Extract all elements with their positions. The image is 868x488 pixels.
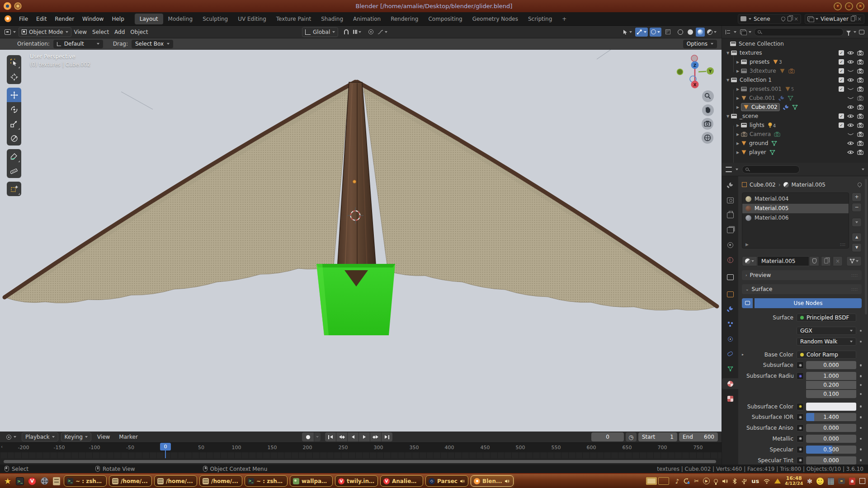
taskbar-window-twily[interactable]: Vtwily.inf... [335,475,378,487]
desktop-2[interactable] [658,477,669,485]
shading-material-button[interactable] [696,28,705,37]
tool-add-cube[interactable] [7,182,21,196]
outliner-row-player[interactable]: ▶ player [722,148,868,157]
snap-target-dropdown[interactable] [352,28,363,37]
remove-slot-button[interactable]: − [852,203,862,212]
nightlight-tray-icon[interactable] [714,479,718,483]
socket-button[interactable] [797,435,804,442]
use-nodes-button[interactable]: Use Nodes [755,298,862,308]
tool-tweak-select[interactable] [7,55,21,70]
desktop-1[interactable] [646,477,657,485]
checkbox-icon[interactable]: ✓ [839,122,844,128]
expand-arrow-icon[interactable]: ▶ [735,141,741,145]
unlink-material-button[interactable]: × [833,256,843,266]
proportional-falloff-dropdown[interactable] [376,28,389,37]
clock[interactable]: 16:484/12/24 [785,476,803,487]
menu-keying[interactable]: Keying [61,432,91,441]
subsurface-slider[interactable]: 0.000 [806,361,856,369]
fake-user-button[interactable] [809,256,819,266]
taskbar-window-files-3[interactable]: /home/... [199,475,242,487]
volume-tray-icon[interactable] [722,479,728,484]
play-reverse-button[interactable] [348,432,359,441]
play-button[interactable] [359,432,370,441]
expand-arrow-icon[interactable]: ▶ [735,87,741,91]
specular-tint-slider[interactable]: 0.000 [806,456,856,465]
subsurface-color-swatch[interactable] [806,403,856,411]
tab-animation[interactable]: Animation [348,14,386,24]
expand-arrow-icon[interactable]: ▼ [725,78,731,82]
outliner-row-cube-002[interactable]: ▶ Cube.002 [722,103,868,112]
camera-toggle-icon[interactable] [857,131,863,137]
app-flower-icon[interactable]: ✻ [807,478,812,485]
favorites-star-icon[interactable]: ★ [3,476,13,486]
eye-open-icon[interactable] [847,78,854,82]
taskbar-window-wallpaper[interactable]: wallpap... [290,475,333,487]
subsurface-aniso-slider[interactable]: 0.000 [806,424,856,432]
tool-annotate[interactable] [7,149,21,164]
eye-open-icon[interactable] [847,60,854,64]
camera-disabled-icon[interactable] [857,95,863,101]
frame-start-field[interactable]: Start1 [638,432,677,441]
new-viewlayer-icon[interactable] [851,16,855,21]
checkbox-icon[interactable]: ✓ [839,68,844,74]
app-wallet-icon[interactable] [838,478,845,484]
outliner-row-3dtexture[interactable]: ▶ 3dtexture ✓ [722,66,868,75]
tab-scripting[interactable]: Scripting [523,14,557,24]
viewport-3d[interactable]: Z X Y User Perspective (0) textures | Cu… [0,50,722,432]
tab-shading[interactable]: Shading [316,14,348,24]
socket-button[interactable] [797,446,804,453]
breadcrumb-material[interactable]: Material.005 [792,182,826,188]
slot-material-006[interactable]: Material.006 [742,213,849,223]
vivaldi-launcher-icon[interactable]: V [27,476,37,486]
socket-button[interactable] [797,424,804,432]
checkbox-icon[interactable]: ✓ [839,59,844,65]
eye-open-icon[interactable] [847,105,854,109]
expand-arrow-icon[interactable]: ▸ [742,352,746,357]
camera-toggle-icon[interactable] [857,59,863,65]
taskbar-window-analiest[interactable]: VAnalieSt... [380,475,423,487]
expand-arrow-icon[interactable]: ▶ [735,96,741,100]
tool-cursor[interactable] [7,70,21,84]
delete-scene-icon[interactable]: × [794,16,798,22]
camera-toggle-icon[interactable] [857,141,863,146]
options-dropdown[interactable]: Options [683,40,717,48]
eye-open-icon[interactable] [847,51,854,55]
socket-button[interactable] [797,457,804,464]
drag-dropdown[interactable]: Select Box [132,40,173,48]
tab-uv-editing[interactable]: UV Editing [233,14,271,24]
outliner-row-cube-001[interactable]: ▶ Cube.001 [722,94,868,103]
expand-arrow-icon[interactable]: ▶ [745,242,749,247]
jump-to-start-button[interactable] [325,432,336,441]
eye-open-icon[interactable] [847,141,854,145]
metallic-slider[interactable]: 0.000 [806,435,856,443]
properties-search-input[interactable] [742,165,800,174]
camera-toggle-icon[interactable] [857,122,863,128]
tool-transform[interactable] [7,131,21,145]
bluetooth-tray-icon[interactable] [732,478,737,484]
radius-x-field[interactable]: 1.000 [806,372,856,380]
player-tray-icon[interactable]: ▶ [703,478,710,484]
tab-rendering[interactable]: Rendering [386,14,423,24]
subsurface-ior-slider[interactable]: 1.400 [806,413,856,421]
pin-icon[interactable] [857,182,863,188]
tab-object-data[interactable] [722,363,738,374]
surface-panel-header[interactable]: ⌄Surface:::: [742,284,862,294]
specular-slider[interactable]: 0.500 [806,446,856,454]
selectability-dropdown[interactable] [621,28,633,37]
menu-select[interactable]: Select [90,27,112,37]
slot-move-up-button[interactable]: ▲ [852,233,862,242]
menu-view[interactable]: View [94,432,113,441]
viewlayer-selector[interactable]: ViewLayer × [805,14,864,24]
usb-tray-icon[interactable] [741,478,747,484]
tab-scene[interactable] [722,239,738,250]
nodetree-button[interactable] [846,256,862,266]
slot-specials-button[interactable] [852,218,862,227]
xray-toggle-button[interactable] [663,28,672,37]
camera-toggle-icon[interactable] [857,68,863,74]
camera-toggle-icon[interactable] [857,113,863,119]
files-launcher-icon[interactable] [52,476,61,486]
outliner-row-ground[interactable]: ▶ ground [722,139,868,148]
timeline-scrollbar[interactable] [0,458,722,465]
base-color-field[interactable]: Color Ramp [797,351,856,359]
camera-toggle-icon[interactable] [857,150,863,155]
